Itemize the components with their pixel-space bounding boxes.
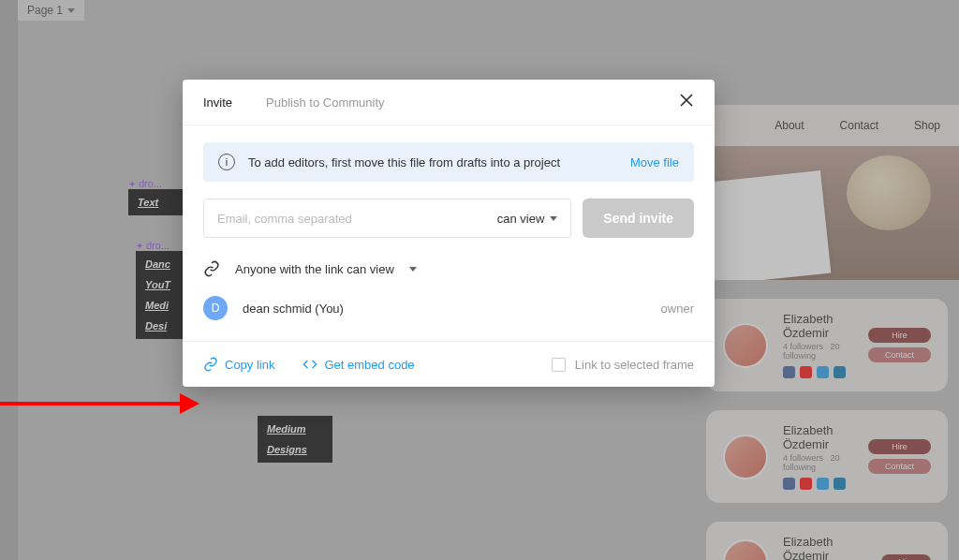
user-name: dean schmid (You) — [243, 302, 344, 316]
chevron-down-icon — [550, 216, 557, 221]
info-banner: i To add editors, first move this file f… — [203, 142, 694, 182]
close-icon — [679, 93, 694, 108]
link-icon — [203, 357, 218, 372]
send-invite-button[interactable]: Send invite — [583, 199, 694, 238]
share-modal: Invite Publish to Community i To add edi… — [183, 80, 715, 387]
banner-text: To add editors, first move this file fro… — [248, 155, 560, 169]
move-file-link[interactable]: Move file — [630, 155, 679, 169]
link-access-row[interactable]: Anyone with the link can view — [203, 251, 694, 287]
link-access-text: Anyone with the link can view — [235, 262, 394, 276]
info-icon: i — [218, 154, 235, 170]
modal-footer: Copy link Get embed code Link to selecte… — [183, 341, 715, 387]
user-row: D dean schmid (You) owner — [203, 287, 694, 330]
code-icon — [302, 357, 317, 372]
user-role: owner — [661, 302, 694, 316]
embed-code-button[interactable]: Get embed code — [302, 357, 414, 372]
checkbox[interactable] — [552, 358, 566, 372]
link-frame-label: Link to selected frame — [575, 358, 694, 372]
permission-dropdown[interactable]: can view — [497, 212, 558, 226]
chevron-down-icon — [409, 267, 417, 272]
email-input[interactable] — [217, 212, 497, 226]
user-avatar: D — [203, 296, 228, 320]
modal-header: Invite Publish to Community — [183, 80, 715, 125]
link-icon — [203, 260, 220, 277]
tab-invite[interactable]: Invite — [203, 96, 232, 110]
tab-publish[interactable]: Publish to Community — [266, 96, 384, 110]
copy-link-button[interactable]: Copy link — [203, 357, 274, 372]
email-field-wrap[interactable]: can view — [203, 199, 571, 238]
link-frame-option[interactable]: Link to selected frame — [552, 358, 694, 372]
close-button[interactable] — [679, 93, 694, 111]
